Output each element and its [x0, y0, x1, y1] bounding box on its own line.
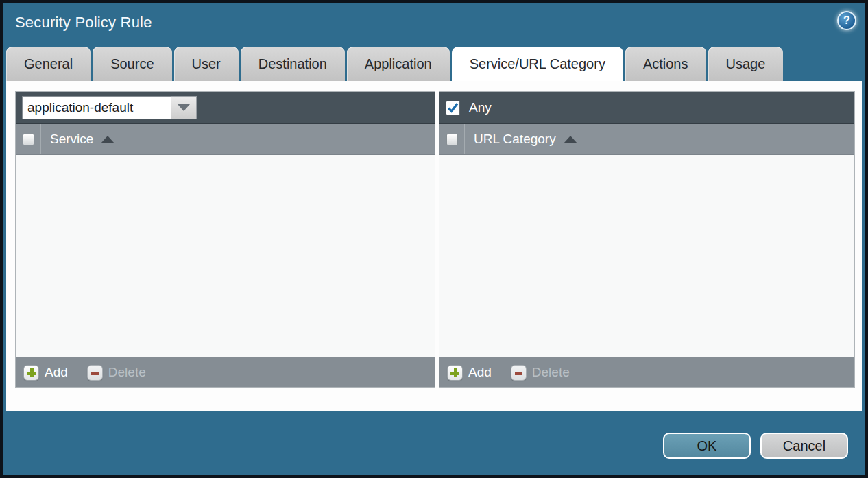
sort-ascending-icon[interactable]: [564, 136, 577, 143]
tab-usage[interactable]: Usage: [708, 47, 784, 81]
tab-user[interactable]: User: [174, 47, 239, 81]
tab-general[interactable]: General: [6, 47, 91, 81]
service-select-all-checkbox[interactable]: [23, 134, 34, 145]
service-panel-footer: Add Delete: [16, 357, 435, 387]
delete-url-category-button[interactable]: Delete: [511, 365, 570, 381]
service-type-input[interactable]: [22, 96, 171, 119]
chevron-down-icon: [178, 104, 190, 111]
tab-destination[interactable]: Destination: [241, 47, 345, 81]
url-category-list-body: [439, 155, 854, 357]
service-type-combobox: [22, 96, 197, 119]
tab-strip: General Source User Destination Applicat…: [3, 46, 865, 81]
add-url-category-button[interactable]: Add: [447, 365, 492, 381]
url-category-panel-toolbar: Any: [439, 92, 854, 124]
dialog-button-bar: OK Cancel: [3, 411, 865, 475]
security-policy-rule-dialog: Security Policy Rule ? General Source Us…: [3, 3, 865, 475]
checkmark-icon: [447, 102, 459, 114]
url-category-table-header: URL Category: [439, 124, 854, 155]
title-bar: Security Policy Rule ?: [3, 3, 865, 46]
minus-icon: [87, 365, 103, 381]
url-category-panel: Any URL Category Add Delete: [439, 91, 855, 388]
any-checkbox-label: Any: [469, 100, 492, 115]
service-panel-toolbar: [16, 92, 435, 124]
plus-icon: [23, 365, 39, 381]
delete-service-button[interactable]: Delete: [87, 365, 146, 381]
service-column-header[interactable]: Service: [50, 132, 93, 147]
service-table-header: Service: [16, 124, 435, 155]
url-category-column-header[interactable]: URL Category: [474, 132, 556, 147]
delete-service-label: Delete: [108, 365, 146, 380]
tab-actions[interactable]: Actions: [625, 47, 706, 81]
help-icon[interactable]: ?: [837, 11, 856, 30]
plus-icon: [447, 365, 463, 381]
dialog-title: Security Policy Rule: [15, 14, 152, 32]
tab-service-url-category[interactable]: Service/URL Category: [452, 47, 623, 81]
tab-application[interactable]: Application: [347, 47, 450, 81]
sort-ascending-icon[interactable]: [101, 136, 114, 143]
tab-content-area: Service Add Delete: [6, 81, 862, 411]
service-panel: Service Add Delete: [15, 91, 435, 388]
cancel-button[interactable]: Cancel: [760, 433, 848, 459]
service-type-dropdown-button[interactable]: [171, 96, 197, 119]
minus-icon: [511, 365, 527, 381]
add-service-button[interactable]: Add: [23, 365, 68, 381]
url-category-select-all-cell: [439, 124, 465, 154]
ok-button[interactable]: OK: [663, 433, 751, 459]
any-checkbox[interactable]: [446, 101, 460, 115]
service-list-body: [16, 155, 435, 357]
tab-source[interactable]: Source: [93, 47, 171, 81]
service-select-all-cell: [16, 124, 41, 154]
url-category-select-all-checkbox[interactable]: [446, 134, 458, 145]
add-url-category-label: Add: [468, 365, 492, 380]
url-category-panel-footer: Add Delete: [439, 357, 854, 387]
add-service-label: Add: [45, 365, 68, 380]
delete-url-category-label: Delete: [532, 365, 570, 380]
